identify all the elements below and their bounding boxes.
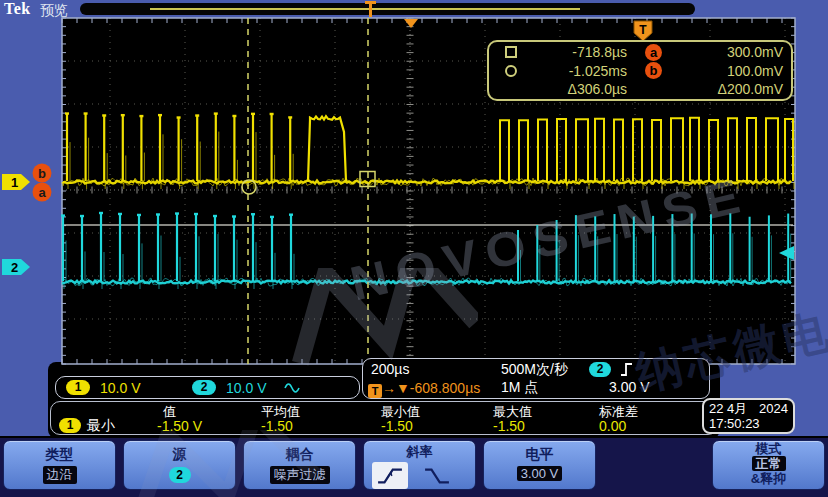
slope-falling-icon[interactable] (422, 465, 452, 487)
cursor-b-badge: b (645, 62, 662, 79)
arrow-right-icon: → (382, 380, 396, 396)
channel-readout-bar: 1 10.0 V 2 10.0 V (55, 376, 360, 399)
ch1-badge[interactable]: 1 (66, 380, 90, 395)
menu-source-label: 源 (124, 446, 235, 464)
ch1-scale: 10.0 V (100, 380, 140, 396)
trigger-t-icon: T (368, 384, 382, 398)
meas-max: -1.50 (493, 418, 525, 434)
menu-button-slope[interactable]: 斜率 (363, 440, 476, 490)
cursor-a-badge: a (645, 44, 662, 61)
record-length: 1M 点 (501, 379, 538, 397)
menu-button-type[interactable]: 类型 边沿 (3, 440, 116, 490)
menu-mode-label: 模式 (713, 441, 824, 456)
ch2-badge[interactable]: 2 (192, 380, 216, 395)
timebase-scale: 200µs (371, 361, 409, 377)
acquisition-status: 预览 (40, 2, 68, 20)
menu-source-channel-badge: 2 (169, 467, 191, 483)
date-label: 22 4月 (709, 401, 747, 416)
svg-text:b: b (38, 166, 46, 181)
measurement-bar: 值 平均值 最小值 最大值 标准差 1 最小 -1.50 V -1.50 -1.… (50, 401, 718, 435)
slope-rising-selected[interactable] (372, 462, 408, 489)
svg-text:T: T (639, 23, 647, 37)
cursor-b-voltage: 100.0mV (673, 63, 787, 79)
meas-mean: -1.50 (261, 418, 293, 434)
svg-text:a: a (38, 185, 46, 200)
meas-value: -1.50 V (157, 418, 202, 434)
trigger-delay-readout: T→▼-608.800µs (368, 380, 480, 398)
trigger-source-badge: 2 (589, 362, 611, 377)
menu-type-value: 边沿 (43, 466, 77, 484)
slope-rising-icon (375, 465, 405, 487)
meas-stddev: 0.00 (599, 418, 626, 434)
menu-level-value: 3.00 V (517, 466, 563, 481)
time-label: 17:50:23 (709, 416, 760, 431)
trigger-delay-value: -608.800µs (410, 380, 480, 396)
svg-text:2: 2 (11, 260, 18, 275)
record-view-bar[interactable] (80, 3, 695, 15)
ch2-scale: 10.0 V (226, 380, 266, 396)
menu-type-label: 类型 (4, 446, 115, 464)
menu-button-mode[interactable]: 模式 正常 &释抑 (712, 440, 825, 490)
menu-mode-value: 正常 (752, 456, 786, 471)
menu-button-source[interactable]: 源 2 (123, 440, 236, 490)
menu-level-label: 电平 (484, 446, 595, 464)
menu-button-coupling[interactable]: 耦合 噪声过滤 (243, 440, 356, 490)
cursor-square-icon (505, 46, 517, 58)
trigger-level-readout: 3.00 V (609, 379, 649, 395)
year-label: 2024 (759, 401, 788, 416)
cursor-circle-time: -1.025ms (527, 63, 631, 79)
trigger-slope-rising-icon (619, 362, 634, 377)
record-waveform-line (150, 8, 580, 10)
menu-mode-value2: &释抑 (713, 471, 824, 486)
cursor-delta-time: Δ306.0µs (527, 81, 631, 97)
cursor-a-voltage: 300.0mV (673, 44, 787, 60)
cursor-delta-voltage: Δ200.0mV (673, 81, 787, 97)
timebase-trigger-bar: 200µs 500M次/秒 2 T→▼-608.800µs 1M 点 3.00 … (362, 358, 710, 399)
datetime-box: 22 4月 2024 17:50:23 (702, 398, 795, 434)
meas-min: -1.50 (381, 418, 413, 434)
cursor-square-time: -718.8µs (527, 44, 631, 60)
cursor-readout-box: -718.8µs a 300.0mV -1.025ms b 100.0mV Δ3… (487, 40, 793, 101)
cursor-circle-icon (505, 65, 517, 77)
record-trigger-marker[interactable] (369, 1, 372, 17)
sample-rate: 500M次/秒 (501, 361, 568, 379)
tek-logo: Tek (4, 0, 31, 18)
expand-point-icon: ▼ (396, 380, 410, 396)
menu-slope-label: 斜率 (364, 443, 475, 461)
menu-button-level[interactable]: 电平 3.00 V (483, 440, 596, 490)
menu-coupling-value: 噪声过滤 (270, 466, 330, 484)
svg-text:1: 1 (11, 175, 18, 190)
menu-coupling-label: 耦合 (244, 446, 355, 464)
ch2-coupling-sine-icon (284, 381, 300, 395)
oscilloscope-screen: ba12T Tek 预览 -718.8µs a 300.0mV -1.025ms… (0, 0, 828, 497)
meas-name: 最小 (87, 417, 115, 435)
meas-channel-badge: 1 (59, 418, 81, 433)
